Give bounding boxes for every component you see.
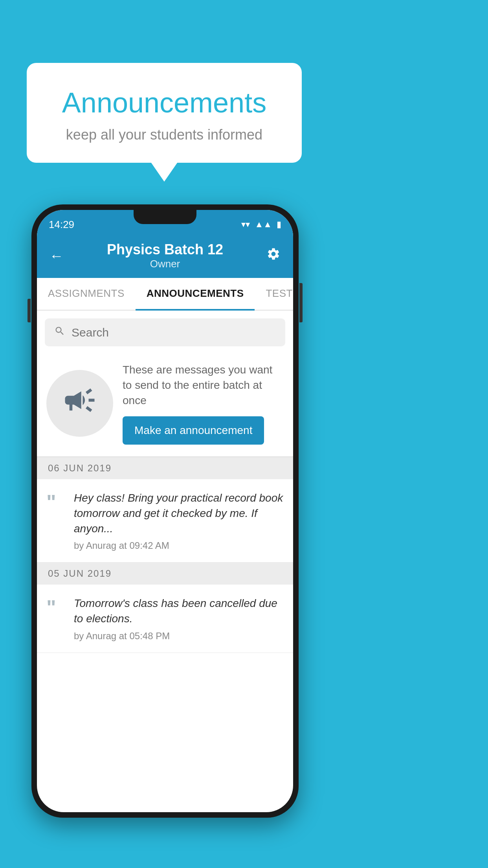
announcement-content-2: Tomorrow's class has been cancelled due … <box>74 596 284 641</box>
speech-bubble: Announcements keep all your students inf… <box>27 63 302 163</box>
back-button[interactable]: ← <box>46 245 67 267</box>
promo-icon-circle <box>46 370 113 437</box>
search-bar[interactable] <box>45 318 285 346</box>
tab-assignments[interactable]: ASSIGNMENTS <box>37 278 136 310</box>
tabs-bar: ASSIGNMENTS ANNOUNCEMENTS TESTS <box>37 278 293 311</box>
date-divider-2: 05 JUN 2019 <box>37 563 293 585</box>
phone-frame: 14:29 ▾▾ ▲▲ ▮ ← Physics Batch 12 Owner <box>31 204 299 818</box>
header-title-block: Physics Batch 12 Owner <box>67 241 263 270</box>
quote-icon-1: " <box>46 492 66 512</box>
tab-announcements[interactable]: ANNOUNCEMENTS <box>136 278 255 311</box>
phone-notch <box>134 210 196 224</box>
phone-power-button <box>299 283 303 322</box>
background: Announcements keep all your students inf… <box>0 0 488 868</box>
announcement-meta-2: by Anurag at 05:48 PM <box>74 631 284 642</box>
speech-bubble-container: Announcements keep all your students inf… <box>27 63 302 163</box>
quote-icon-2: " <box>46 597 66 618</box>
announcement-promo: These are messages you want to send to t… <box>37 354 293 457</box>
phone-screen: 14:29 ▾▾ ▲▲ ▮ ← Physics Batch 12 Owner <box>37 210 293 812</box>
status-time: 14:29 <box>49 219 74 231</box>
tab-tests[interactable]: TESTS <box>255 278 293 310</box>
announcement-text-1: Hey class! Bring your practical record b… <box>74 490 284 537</box>
announcement-text-2: Tomorrow's class has been cancelled due … <box>74 596 284 626</box>
announcement-item-2[interactable]: " Tomorrow's class has been cancelled du… <box>37 585 293 653</box>
batch-name: Physics Batch 12 <box>67 241 263 258</box>
announcement-content-1: Hey class! Bring your practical record b… <box>74 490 284 552</box>
search-input[interactable] <box>72 326 276 339</box>
date-divider-1: 06 JUN 2019 <box>37 457 293 479</box>
make-announcement-button[interactable]: Make an announcement <box>123 416 264 445</box>
status-icons: ▾▾ ▲▲ ▮ <box>241 219 281 230</box>
speech-bubble-subtitle: keep all your students informed <box>46 127 282 143</box>
app-header: ← Physics Batch 12 Owner <box>37 235 293 278</box>
phone-container: 14:29 ▾▾ ▲▲ ▮ ← Physics Batch 12 Owner <box>31 204 306 833</box>
signal-icon: ▲▲ <box>255 219 272 230</box>
announcement-item-1[interactable]: " Hey class! Bring your practical record… <box>37 479 293 563</box>
announcement-meta-1: by Anurag at 09:42 AM <box>74 540 284 551</box>
settings-button[interactable] <box>263 244 284 268</box>
megaphone-icon <box>62 383 97 424</box>
batch-role: Owner <box>67 258 263 270</box>
content-area: These are messages you want to send to t… <box>37 311 293 653</box>
search-icon <box>54 326 65 339</box>
promo-content: These are messages you want to send to t… <box>123 362 284 445</box>
promo-description: These are messages you want to send to t… <box>123 362 284 408</box>
phone-volume-button <box>28 299 31 322</box>
wifi-icon: ▾▾ <box>241 219 250 230</box>
speech-bubble-title: Announcements <box>46 86 282 119</box>
battery-icon: ▮ <box>277 219 281 230</box>
